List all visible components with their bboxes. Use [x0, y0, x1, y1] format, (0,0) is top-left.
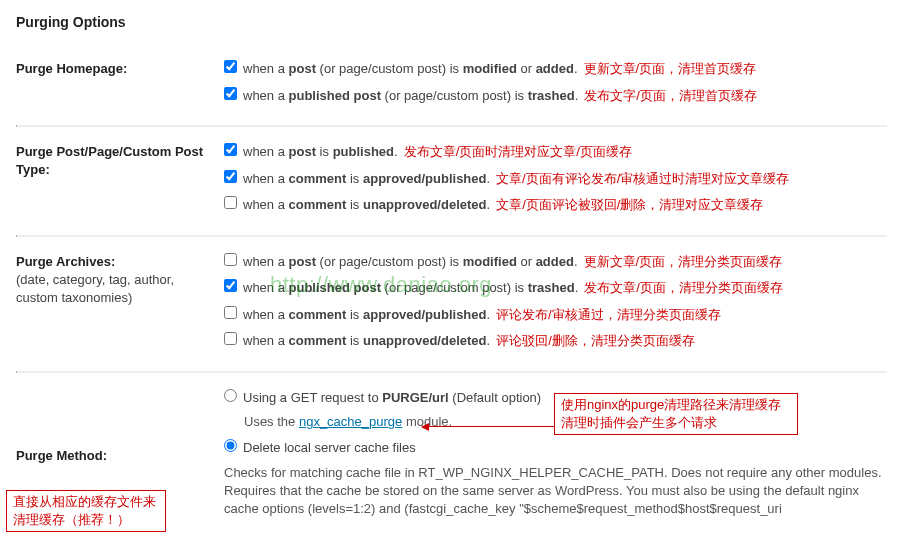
- archives-annotation: 发布文章/页面，清理分类页面缓存: [584, 278, 783, 298]
- post-annotation: 文章/页面有评论发布/审核通过时清理对应文章缓存: [496, 169, 789, 189]
- label-archives-main: Purge Archives:: [16, 254, 115, 269]
- label-archives-sub: (date, category, tag, author, custom tax…: [16, 271, 216, 307]
- archives-option-text: when a comment is unapproved/deleted.: [243, 331, 490, 351]
- post-option: when a post is published.发布文章/页面时清理对应文章/…: [224, 141, 887, 162]
- homepage-option: when a published post (or page/custom po…: [224, 85, 887, 106]
- homepage-annotation: 发布文字/页面，清理首页缓存: [584, 86, 757, 106]
- homepage-option-text: when a published post (or page/custom po…: [243, 86, 578, 106]
- row-purge-archives: Purge Archives: (date, category, tag, au…: [16, 237, 887, 371]
- archives-option-text: when a published post (or page/custom po…: [243, 278, 578, 298]
- label-purge-archives: Purge Archives: (date, category, tag, au…: [16, 251, 216, 308]
- post-option: when a comment is approved/published.文章/…: [224, 168, 887, 189]
- archives-option-text: when a comment is approved/published.: [243, 305, 490, 325]
- archives-option-text: when a post (or page/custom post) is mod…: [243, 252, 578, 272]
- label-purge-post: Purge Post/Page/Custom Post Type:: [16, 141, 216, 179]
- homepage-annotation: 更新文章/页面，清理首页缓存: [584, 59, 757, 79]
- post-option-text: when a post is published.: [243, 142, 398, 162]
- homepage-checkbox[interactable]: [224, 60, 237, 73]
- options-purge-archives: when a post (or page/custom post) is mod…: [216, 251, 887, 357]
- post-checkbox[interactable]: [224, 196, 237, 209]
- homepage-option: when a post (or page/custom post) is mod…: [224, 58, 887, 79]
- section-title: Purging Options: [16, 14, 887, 30]
- note-delete-local: Checks for matching cache file in RT_WP_…: [224, 464, 887, 519]
- archives-annotation: 更新文章/页面，清理分类页面缓存: [584, 252, 783, 272]
- homepage-option-text: when a post (or page/custom post) is mod…: [243, 59, 578, 79]
- annotation-box-nginx-purge: 使用nginx的purge清理路径来清理缓存 清理时插件会产生多个请求: [554, 393, 798, 435]
- archives-checkbox[interactable]: [224, 253, 237, 266]
- post-option-text: when a comment is unapproved/deleted.: [243, 195, 490, 215]
- link-ngx-cache-purge[interactable]: ngx_cache_purge: [299, 414, 402, 429]
- label-purge-homepage: Purge Homepage:: [16, 58, 216, 78]
- archives-checkbox[interactable]: [224, 279, 237, 292]
- radio-delete-local-label: Delete local server cache files: [243, 438, 416, 458]
- radio-option-delete-local: Delete local server cache files: [224, 437, 887, 458]
- archives-option: when a post (or page/custom post) is mod…: [224, 251, 887, 272]
- archives-checkbox[interactable]: [224, 306, 237, 319]
- post-annotation: 发布文章/页面时清理对应文章/页面缓存: [404, 142, 632, 162]
- radio-delete-local[interactable]: [224, 439, 237, 452]
- archives-annotation: 评论发布/审核通过，清理分类页面缓存: [496, 305, 721, 325]
- options-purge-homepage: when a post (or page/custom post) is mod…: [216, 58, 887, 111]
- archives-option: when a comment is approved/published.评论发…: [224, 304, 887, 325]
- post-checkbox[interactable]: [224, 143, 237, 156]
- label-purge-method: Purge Method:: [16, 445, 216, 465]
- homepage-checkbox[interactable]: [224, 87, 237, 100]
- annotation-arrow: [422, 426, 554, 427]
- annotation-box-recommended: 直接从相应的缓存文件来 清理缓存（推荐！）: [6, 490, 166, 532]
- row-purge-homepage: Purge Homepage: when a post (or page/cus…: [16, 44, 887, 125]
- options-purge-post: when a post is published.发布文章/页面时清理对应文章/…: [216, 141, 887, 221]
- radio-get-request-label: Using a GET request to PURGE/url (Defaul…: [243, 388, 541, 408]
- radio-get-request[interactable]: [224, 389, 237, 402]
- post-annotation: 文章/页面评论被驳回/删除，清理对应文章缓存: [496, 195, 763, 215]
- post-checkbox[interactable]: [224, 170, 237, 183]
- archives-annotation: 评论驳回/删除，清理分类页面缓存: [496, 331, 695, 351]
- row-purge-post: Purge Post/Page/Custom Post Type: when a…: [16, 127, 887, 235]
- archives-option: when a comment is unapproved/deleted.评论驳…: [224, 330, 887, 351]
- post-option-text: when a comment is approved/published.: [243, 169, 490, 189]
- archives-checkbox[interactable]: [224, 332, 237, 345]
- archives-option: when a published post (or page/custom po…: [224, 277, 887, 298]
- post-option: when a comment is unapproved/deleted.文章/…: [224, 194, 887, 215]
